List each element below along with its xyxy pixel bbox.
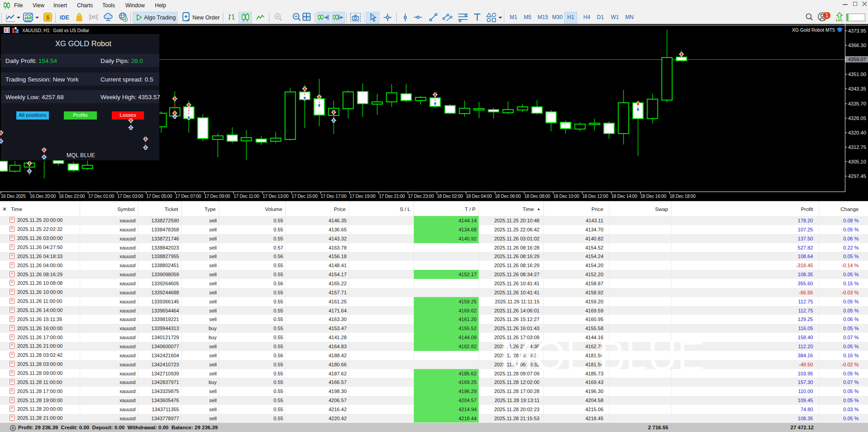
svg-text:$: $	[46, 14, 50, 21]
svg-text:LVL: LVL	[836, 18, 843, 22]
svg-text:1: 1	[825, 12, 829, 19]
